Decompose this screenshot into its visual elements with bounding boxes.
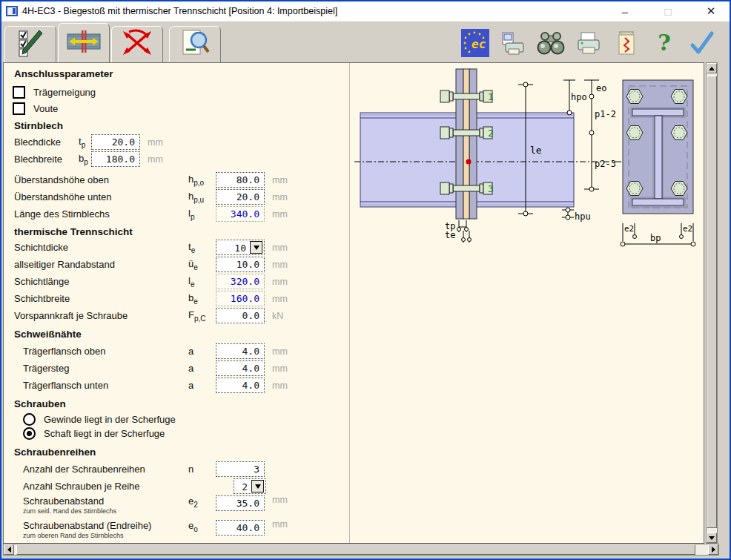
- schichtdicke-select[interactable]: 10: [216, 240, 265, 255]
- tab-report-preview[interactable]: [169, 26, 221, 62]
- schraubenabstand-eo-input[interactable]: 40.0: [216, 520, 265, 536]
- field-symbol: a: [188, 380, 216, 391]
- dim-te: [462, 231, 472, 243]
- form-row-blechbreite: Blechbreite bp 180.0 mm: [14, 151, 349, 168]
- section-heading-trennschicht: thermische Trennschicht: [14, 226, 349, 238]
- checkbox-label: Trägerneigung: [33, 87, 96, 98]
- minimize-button[interactable]: –: [614, 5, 636, 18]
- unit-label: mm: [266, 243, 296, 253]
- scroll-up-button[interactable]: [707, 63, 717, 73]
- app-icon: [6, 6, 18, 16]
- voute-checkbox[interactable]: [13, 102, 25, 115]
- form-row-ueberstand-oben: Überstandshöhe oben hp,o 80.0 mm: [14, 171, 349, 188]
- field-label: Überstandshöhe unten: [14, 191, 188, 202]
- ueberstand-unten-input[interactable]: 20.0: [216, 189, 265, 205]
- field-label: allseitiger Randabstand: [14, 259, 188, 270]
- form-row-schichtdicke: Schichtdicke te 10 mm: [14, 239, 349, 256]
- unit-label: mm: [266, 346, 296, 357]
- tab-joint-parameters[interactable]: [58, 23, 110, 62]
- field-symbol: a: [188, 346, 216, 357]
- form-row-naht-flansch-oben: Trägerflansch oben a 4.0 mm: [23, 343, 349, 360]
- unit-label: mm: [142, 154, 171, 165]
- binoculars-icon[interactable]: [537, 29, 565, 57]
- dim-te-label: te: [445, 230, 455, 240]
- bolt-number-3: 3: [488, 183, 494, 194]
- field-sublabel: zum seitl. Rand des Stirnblechs: [23, 507, 188, 515]
- scroll-right-button[interactable]: [708, 544, 718, 555]
- vorspannkraft-input[interactable]: 0.0: [216, 308, 265, 323]
- field-symbol: le: [188, 275, 216, 289]
- unit-label: mm: [266, 519, 296, 530]
- dim-eo-label: eo: [596, 83, 606, 93]
- beam-joint-icon: [67, 27, 101, 59]
- gewinde-radio[interactable]: [23, 413, 36, 426]
- load-arrows-icon: [122, 29, 153, 60]
- field-label: Trägersteg: [23, 363, 188, 374]
- vertical-scrollbar[interactable]: [706, 62, 718, 544]
- ueberstand-oben-input[interactable]: 80.0: [216, 172, 265, 188]
- field-label: Überstandshöhe oben: [14, 174, 188, 185]
- naht-steg-input[interactable]: 4.0: [216, 360, 265, 376]
- randabstand-input[interactable]: 10.0: [216, 257, 265, 272]
- unit-label: mm: [266, 209, 296, 220]
- maximize-button[interactable]: □: [657, 5, 679, 18]
- window-title: 4H-EC3 - Biegestoß mit thermischer Trenn…: [22, 6, 614, 16]
- notes-icon[interactable]: [612, 29, 641, 57]
- horizontal-scroll-thumb[interactable]: [16, 544, 695, 555]
- print-preview-icon[interactable]: [499, 29, 527, 57]
- tab-loads[interactable]: [111, 26, 163, 62]
- vertical-scroll-thumb[interactable]: [707, 76, 717, 528]
- form-row-naht-steg: Trägersteg a 4.0 mm: [23, 360, 349, 377]
- form-row-stirnblech-laenge: Länge des Stirnblechs lp 340.0 mm: [14, 205, 349, 223]
- content-pane: Anschlussparameter Trägerneigung Voute S…: [3, 62, 704, 544]
- tab-input-check[interactable]: [4, 26, 56, 62]
- report-preview-icon: [179, 28, 211, 61]
- anzahl-reihen-input[interactable]: 3: [216, 461, 265, 477]
- dim-e2-right-label: e2: [683, 224, 692, 234]
- naht-flansch-unten-input[interactable]: 4.0: [216, 378, 265, 393]
- blechbreite-input[interactable]: 180.0: [91, 151, 140, 167]
- printer-icon[interactable]: [575, 29, 603, 57]
- unit-label: mm: [266, 294, 296, 304]
- blechdicke-input[interactable]: 20.0: [91, 134, 140, 150]
- anzahl-je-reihe-select[interactable]: 2: [234, 478, 266, 494]
- traegerneigung-checkbox[interactable]: [13, 86, 25, 99]
- dim-hpu: [562, 208, 574, 220]
- section-heading-schrauben: Schrauben: [14, 398, 349, 410]
- field-symbol: eo: [188, 520, 216, 533]
- form-row-naht-flansch-unten: Trägerflansch unten a 4.0 mm: [23, 377, 349, 394]
- scroll-left-button[interactable]: [4, 544, 14, 555]
- dim-hpu-label: hpu: [575, 211, 591, 222]
- radio-label: Schaft liegt in der Scherfuge: [44, 428, 165, 439]
- schichtlaenge-output: 320.0: [216, 274, 265, 289]
- form-row-ueberstand-unten: Überstandshöhe unten hp,u 20.0 mm: [14, 188, 349, 205]
- field-label-block: Schraubenabstand (Endreihe) zum oberen R…: [23, 519, 188, 539]
- dim-p12-label: p1-2: [595, 109, 616, 119]
- help-icon[interactable]: ?: [650, 29, 678, 57]
- close-button[interactable]: ✕: [700, 4, 722, 18]
- naht-flansch-oben-input[interactable]: 4.0: [216, 343, 265, 359]
- schraubenabstand-e2-input[interactable]: 35.0: [216, 495, 265, 511]
- dim-tp: [457, 220, 469, 232]
- field-label: Anzahl Schrauben je Reihe: [23, 481, 188, 492]
- radio-row-gewinde: Gewinde liegt in der Scherfuge: [23, 412, 349, 426]
- field-symbol: a: [188, 363, 216, 374]
- parameter-form: Anschlussparameter Trägerneigung Voute S…: [4, 63, 349, 544]
- checklist-pen-icon: [16, 28, 45, 61]
- eurocode-ec-badge[interactable]: ec: [461, 29, 489, 57]
- unit-label: mm: [266, 495, 296, 505]
- dropdown-arrow-icon[interactable]: [250, 241, 262, 254]
- field-symbol: Fp,C: [188, 309, 216, 323]
- confirm-check-icon[interactable]: [688, 29, 716, 57]
- endplates-thermal-layer: [456, 69, 477, 219]
- joint-drawing: 1 2 3 le hpo: [350, 63, 704, 544]
- schaft-radio[interactable]: [23, 427, 36, 440]
- titlebar: 4H-EC3 - Biegestoß mit thermischer Trenn…: [1, 1, 730, 21]
- dropdown-arrow-icon[interactable]: [251, 480, 264, 493]
- field-symbol: be: [188, 292, 216, 306]
- horizontal-scrollbar[interactable]: [3, 544, 719, 556]
- up-arrow-icon: [709, 64, 715, 70]
- form-row-schichtlaenge: Schichtlänge le 320.0 mm: [14, 273, 349, 290]
- scroll-down-button[interactable]: [707, 533, 717, 543]
- field-symbol: hp,u: [188, 191, 216, 204]
